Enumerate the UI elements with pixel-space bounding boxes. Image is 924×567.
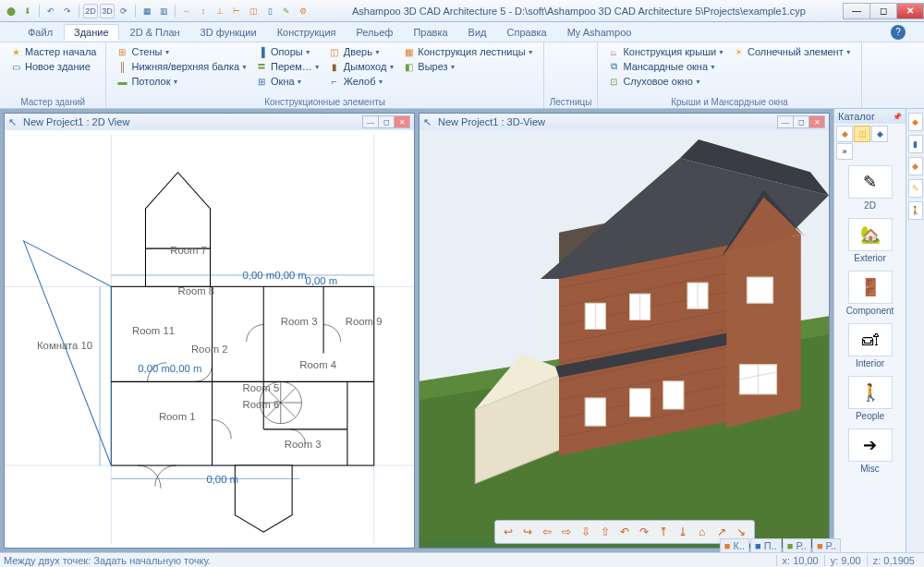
help-icon[interactable]: ? — [891, 25, 906, 40]
nav-tilt-up-icon[interactable]: ⤒ — [654, 523, 673, 541]
menu-item-справка[interactable]: Справка — [498, 25, 556, 40]
menu-item-3dфункции[interactable]: 3D функции — [191, 25, 266, 40]
menu-item-myashampoo[interactable]: My Ashampoo — [558, 25, 641, 40]
nav-fwd-icon[interactable]: ↪ — [518, 523, 537, 541]
view-2d-titlebar[interactable]: ↖ New Project1 : 2D View — ◻ ✕ — [5, 114, 414, 130]
menu-item-вид[interactable]: Вид — [459, 25, 496, 40]
catalog-tab-3[interactable]: ◆ — [871, 126, 888, 142]
maximize-button[interactable]: ◻ — [869, 3, 897, 19]
layout-icon[interactable]: ▦ — [140, 4, 154, 18]
snap2-icon[interactable]: ↕ — [196, 4, 211, 18]
catalog-item-people[interactable]: 🚶People — [842, 376, 899, 421]
ribbon-icon: ⊡ — [607, 75, 620, 88]
ribbon-group: ⏢Конструкция крыши▼⧉Мансардные окна▼⊡Слу… — [598, 42, 861, 108]
ribbon-опоры[interactable]: ▐Опоры▼ — [251, 44, 324, 59]
view-2d-content[interactable]: Room 7Room 8Комната 10Room 11Room 2Room … — [5, 130, 414, 548]
catalog-tab-more[interactable]: » — [836, 143, 853, 160]
ribbon-нижняя-верхняя-балка[interactable]: ║Нижняя/верхняя балка▼ — [112, 59, 251, 74]
menu-item-конструкция[interactable]: Конструкция — [268, 25, 346, 40]
layout2-icon[interactable]: ▥ — [156, 4, 171, 18]
ribbon-мансардные-окна[interactable]: ⧉Мансардные окна▼ — [603, 59, 728, 74]
catalog-item-interior[interactable]: 🛋Interior — [842, 323, 899, 368]
view-3d-max[interactable]: ◻ — [793, 115, 809, 128]
catalog-tab-1[interactable]: ◆ — [836, 126, 853, 142]
undo-icon[interactable]: ↶ — [43, 4, 58, 18]
snap4-icon[interactable]: ⊢ — [229, 4, 244, 18]
snap3-icon[interactable]: ⊥ — [213, 4, 227, 18]
catalog-header[interactable]: Каталог 📌 — [834, 109, 906, 124]
strip-btn-2[interactable]: ▮ — [908, 135, 923, 153]
close-button[interactable] — [896, 3, 924, 19]
ribbon-слуховое-окно[interactable]: ⊡Слуховое окно▼ — [603, 74, 728, 89]
ribbon-вырез[interactable]: ◧Вырез▼ — [398, 59, 537, 74]
tool-icon[interactable]: ⚙ — [296, 4, 310, 18]
nav-rot-right-icon[interactable]: ↷ — [635, 523, 653, 541]
menu-item-2dплан[interactable]: 2D & План — [121, 25, 189, 40]
catalog-pin-icon[interactable]: 📌 — [893, 113, 902, 121]
app-icon[interactable]: ⬤ — [4, 4, 18, 18]
bottom-tab-1[interactable]: ■ П.. — [750, 538, 782, 552]
ribbon-новое-здание[interactable]: ▭Новое здание — [6, 59, 100, 74]
nav-back-icon[interactable]: ↩ — [499, 523, 517, 541]
menu-item-правка[interactable]: Правка — [404, 25, 456, 40]
view-2d-toggle[interactable]: 2D — [83, 4, 98, 18]
catalog-item-component[interactable]: 🚪Component — [842, 271, 899, 316]
redo-icon[interactable]: ↷ — [60, 4, 75, 18]
nav-down-icon[interactable]: ⇩ — [577, 523, 595, 541]
ribbon-солнечный-элемент[interactable]: ☀Солнечный элемент▼ — [728, 44, 856, 59]
ribbon-потолок[interactable]: ▬Потолок▼ — [112, 74, 251, 89]
catalog-item-2d[interactable]: ✎2D — [842, 165, 899, 211]
view-3d-content[interactable]: ↩ ↪ ⇦ ⇨ ⇩ ⇧ ↶ ↷ ⤒ ⤓ ⌂ ↗ ↘ — [419, 130, 829, 548]
snap1-icon[interactable]: ↔ — [179, 4, 194, 18]
catalog-item-misc[interactable]: ➔Misc — [842, 428, 899, 474]
nav-up-icon[interactable]: ⇧ — [596, 523, 614, 541]
bottom-tab-0[interactable]: ■ К.. — [720, 538, 749, 552]
nav-tilt-down-icon[interactable]: ⤓ — [674, 523, 692, 541]
view-3d-titlebar[interactable]: ↖ New Project1 : 3D-View — ◻ ✕ — [419, 114, 829, 130]
refresh-icon[interactable]: ⟳ — [116, 4, 131, 18]
room-label: Room 7 — [170, 245, 207, 256]
catalog-item-exterior[interactable]: 🏡Exterior — [842, 218, 899, 263]
view-3d-viewport[interactable]: ↩ ↪ ⇦ ⇨ ⇩ ⇧ ↶ ↷ ⤒ ⤓ ⌂ ↗ ↘ — [419, 130, 829, 548]
view-2d-min[interactable]: — — [362, 115, 379, 128]
measure-icon[interactable]: ✎ — [279, 4, 294, 18]
nav-left-icon[interactable]: ⇦ — [538, 523, 556, 541]
ribbon-окна[interactable]: ⊞Окна▼ — [251, 74, 324, 89]
chevron-down-icon: ▼ — [241, 64, 248, 70]
bottom-tab-2[interactable]: ■ Р.. — [783, 538, 811, 552]
strip-btn-4[interactable]: ✎ — [908, 179, 923, 198]
view-3d-close[interactable]: ✕ — [808, 115, 825, 128]
view-2d-max[interactable]: ◻ — [378, 115, 395, 128]
ribbon-дверь[interactable]: ◫Дверь▼ — [324, 44, 399, 59]
coord-x: x: 10,00 — [776, 555, 824, 566]
nav-right-icon[interactable]: ⇨ — [557, 523, 576, 541]
view-3d-min[interactable]: — — [777, 115, 794, 128]
save-icon[interactable]: ⬇ — [20, 4, 35, 18]
ribbon-icon: ▭ — [9, 60, 22, 73]
grid-icon[interactable]: ▯ — [262, 4, 277, 18]
snap5-icon[interactable]: ◫ — [246, 4, 261, 18]
ribbon-мастер-начала[interactable]: ★Мастер начала — [6, 44, 100, 59]
menu-item-рельеф[interactable]: Рельеф — [347, 25, 403, 40]
strip-btn-1[interactable]: ◆ — [908, 113, 923, 131]
strip-btn-5[interactable]: 🚶 — [908, 201, 923, 220]
ribbon-стены[interactable]: ⊞Стены▼ — [112, 44, 251, 59]
ribbon-конструкция-крыши[interactable]: ⏢Конструкция крыши▼ — [603, 44, 728, 59]
catalog-item-label: Exterior — [842, 253, 899, 263]
view-3d-window: ↖ New Project1 : 3D-View — ◻ ✕ — [419, 113, 830, 549]
ribbon-конструкция-лестницы[interactable]: ▦Конструкция лестницы▼ — [398, 44, 537, 59]
strip-btn-3[interactable]: ◆ — [908, 157, 923, 175]
ribbon-желоб[interactable]: ⌐Желоб▼ — [324, 74, 399, 89]
nav-rot-left-icon[interactable]: ↶ — [615, 523, 634, 541]
bottom-tab-3[interactable]: ■ Р.. — [812, 538, 841, 552]
view-2d-close[interactable]: ✕ — [394, 115, 410, 128]
minimize-button[interactable]: — — [843, 3, 870, 19]
nav-home-icon[interactable]: ⌂ — [693, 523, 711, 541]
view-3d-toggle[interactable]: 3D — [100, 4, 115, 18]
ribbon-дымоход[interactable]: ▮Дымоход▼ — [324, 59, 399, 74]
floor-plan-canvas[interactable]: Room 7Room 8Комната 10Room 11Room 2Room … — [5, 130, 414, 548]
menu-item-здание[interactable]: Здание — [64, 24, 119, 41]
catalog-tab-2[interactable]: ◫ — [854, 126, 870, 142]
ribbon-перем-[interactable]: 〓Перем…▼ — [251, 59, 324, 74]
menu-item-файл[interactable]: Файл — [18, 25, 62, 40]
